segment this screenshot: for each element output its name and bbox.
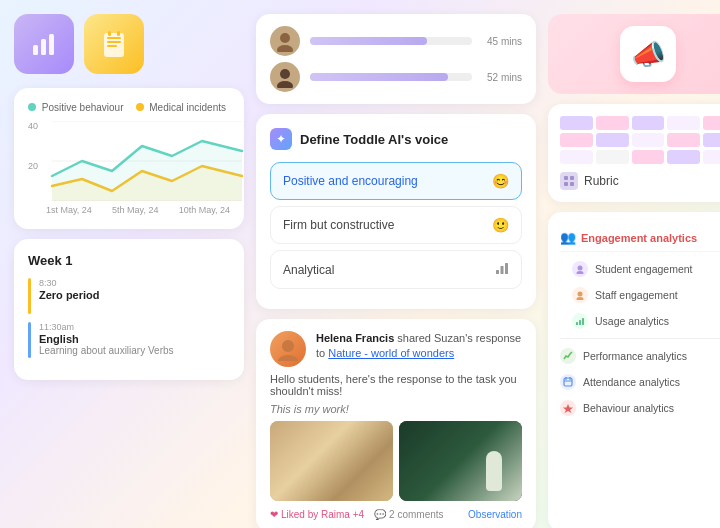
svg-rect-1	[41, 39, 46, 55]
post-work-label: This is my work!	[270, 403, 522, 415]
legend-dot-medical	[136, 103, 144, 111]
post-link[interactable]: Nature - world of wonders	[328, 347, 454, 359]
user-bar-fill-1	[310, 73, 448, 81]
svg-point-25	[578, 266, 583, 271]
chart-legend: Positive behaviour Medical incidents	[28, 102, 230, 113]
chart-area: 40 20	[28, 121, 230, 201]
megaphone-icon: 📣	[631, 38, 666, 71]
user-avatar-1	[270, 62, 300, 92]
cal-cell	[703, 116, 720, 130]
cal-cell	[560, 150, 593, 164]
chart-x-labels: 1st May, 24 5th May, 24 10th May, 24	[28, 205, 230, 215]
cal-cell	[596, 133, 629, 147]
voice-ai-icon: ✦	[270, 128, 292, 150]
legend-dot-positive	[28, 103, 36, 111]
user-time-row-1: 52 mins	[270, 62, 522, 92]
schedule-item-content-1: 11:30am English Learning about auxiliary…	[39, 322, 174, 356]
post-header: Helena Francis shared Suzan's response t…	[270, 331, 522, 367]
cal-cell	[667, 150, 700, 164]
post-text-header: Helena Francis shared Suzan's response t…	[316, 331, 522, 362]
analytics-performance-label: Performance analytics	[583, 350, 687, 362]
analytics-item-behaviour[interactable]: Behaviour analytics	[560, 395, 720, 421]
voice-option-icon-0: 😊	[492, 173, 509, 189]
post-observation-tag[interactable]: Observation	[468, 509, 522, 520]
schedule-item-content-0: 8:30 Zero period	[39, 278, 100, 301]
announcement-icon-bg: 📣	[620, 26, 676, 82]
schedule-item-1: 11:30am English Learning about auxiliary…	[28, 322, 230, 358]
analytics-item-staff[interactable]: Staff engagement	[560, 282, 720, 308]
paint-hands-image	[270, 421, 393, 501]
user-time-row-0: 45 mins	[270, 26, 522, 56]
cal-cell	[596, 116, 629, 130]
post-like[interactable]: ❤ Liked by Raima +4	[270, 509, 364, 520]
post-likes-label: Liked by Raima +4	[281, 509, 364, 520]
chart-app-icon[interactable]	[14, 14, 74, 74]
middle-column: 45 mins 52 mins ✦ Define Toddle AI's voi…	[256, 14, 536, 528]
post-card: Helena Francis shared Suzan's response t…	[256, 319, 536, 528]
voice-title-row: ✦ Define Toddle AI's voice	[270, 128, 522, 150]
schedule-item-0: 8:30 Zero period	[28, 278, 230, 314]
rubric-row: Rubric	[560, 172, 720, 190]
notes-app-icon[interactable]	[84, 14, 144, 74]
cal-cell	[632, 150, 665, 164]
bottle-shape	[486, 451, 502, 491]
analytics-section-title: 👥 Engagement analytics	[560, 230, 697, 245]
comment-icon: 💬	[374, 509, 386, 520]
svg-rect-17	[501, 266, 504, 274]
svg-rect-21	[564, 176, 568, 180]
svg-rect-18	[505, 263, 508, 274]
staff-icon	[572, 287, 588, 303]
calendar-grid	[560, 116, 720, 164]
bottle-image	[399, 421, 522, 501]
post-user-line: Helena Francis shared Suzan's response t…	[316, 331, 522, 362]
chart-y-labels: 40 20	[28, 121, 38, 201]
voice-option-0[interactable]: Positive and encouraging 😊	[270, 162, 522, 200]
svg-rect-29	[576, 322, 578, 325]
schedule-title: Week 1	[28, 253, 230, 268]
behaviour-icon	[560, 400, 576, 416]
analytics-item-attendance[interactable]: Attendance analytics	[560, 369, 720, 395]
analytics-behaviour-label: Behaviour analytics	[583, 402, 674, 414]
legend-positive: Positive behaviour	[28, 102, 124, 113]
svg-point-28	[577, 297, 584, 300]
performance-icon	[560, 348, 576, 364]
schedule-card: Week 1 8:30 Zero period 11:30am English …	[14, 239, 244, 380]
cal-cell	[560, 116, 593, 130]
rubric-icon	[560, 172, 578, 190]
voice-option-2[interactable]: Analytical	[270, 250, 522, 289]
cal-cell	[667, 133, 700, 147]
svg-point-14	[280, 69, 290, 79]
cal-cell	[632, 116, 665, 130]
svg-rect-30	[579, 320, 581, 325]
post-body: Hello students, here's the response to t…	[270, 373, 522, 397]
heart-icon: ❤	[270, 509, 278, 520]
cal-cell	[667, 116, 700, 130]
voice-option-label-2: Analytical	[283, 263, 334, 277]
analytics-item-usage[interactable]: Usage analytics	[560, 308, 720, 334]
analytics-usage-label: Usage analytics	[595, 315, 669, 327]
user-time-0: 45 mins	[482, 36, 522, 47]
cal-cell	[703, 150, 720, 164]
analytics-item-performance[interactable]: Performance analytics	[560, 343, 720, 369]
svg-point-13	[277, 45, 293, 52]
post-comment[interactable]: 💬 2 comments	[374, 509, 443, 520]
user-time-1: 52 mins	[482, 72, 522, 83]
analytics-attendance-label: Attendance analytics	[583, 376, 680, 388]
chart-card: Positive behaviour Medical incidents 40 …	[14, 88, 244, 229]
person-group-icon: 👥	[560, 230, 576, 245]
voice-option-1[interactable]: Firm but constructive 🙂	[270, 206, 522, 244]
cal-cell	[632, 133, 665, 147]
cal-cell	[703, 133, 720, 147]
student-icon	[572, 261, 588, 277]
voice-option-label-0: Positive and encouraging	[283, 174, 418, 188]
user-bar-fill-0	[310, 37, 427, 45]
announcement-card: 📣	[548, 14, 720, 94]
analytics-item-student[interactable]: Student engagement	[560, 256, 720, 282]
svg-point-15	[277, 81, 293, 88]
user-times-card: 45 mins 52 mins	[256, 14, 536, 104]
svg-rect-5	[107, 41, 121, 43]
svg-point-12	[280, 33, 290, 43]
svg-rect-0	[33, 45, 38, 55]
voice-option-icon-2	[495, 261, 509, 278]
cal-cell	[560, 133, 593, 147]
